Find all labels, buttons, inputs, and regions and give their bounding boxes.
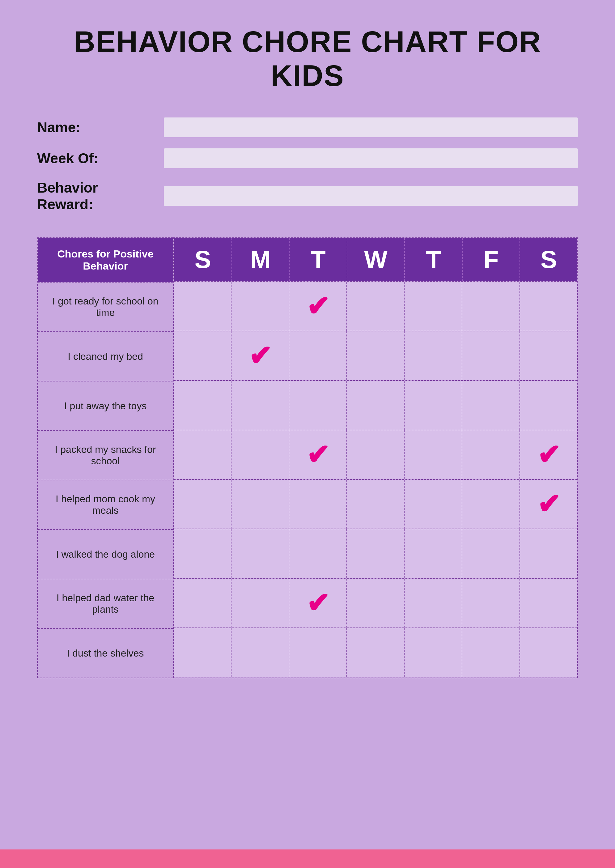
cell-5-0[interactable] (174, 480, 231, 529)
cell-3-4[interactable] (404, 381, 462, 430)
cell-4-1[interactable] (231, 430, 289, 479)
day-w-header: W (347, 238, 404, 281)
cell-1-2[interactable]: ✔ (289, 282, 347, 331)
page-title: BEHAVIOR CHORE CHART FOR KIDS (37, 25, 578, 93)
check-1-2: ✔ (306, 292, 329, 320)
reward-input[interactable] (164, 186, 578, 206)
cell-2-3[interactable] (347, 331, 404, 380)
chores-header: Chores for Positive Behavior (38, 238, 173, 282)
cell-1-5[interactable] (462, 282, 520, 331)
cell-2-6[interactable] (520, 331, 577, 380)
cell-3-1[interactable] (231, 381, 289, 430)
name-field-row: Name: (37, 117, 578, 137)
cell-3-2[interactable] (289, 381, 347, 430)
cell-2-1[interactable]: ✔ (231, 331, 289, 380)
cell-2-2[interactable] (289, 331, 347, 380)
week-label: Week Of: (37, 150, 155, 167)
check-7-2: ✔ (306, 589, 329, 617)
chore-row-2: I cleaned my bed (38, 331, 173, 381)
day-f-header: F (462, 238, 520, 281)
grid-row-4: ✔ ✔ (174, 430, 577, 479)
grid-row-5: ✔ (174, 479, 577, 529)
cell-4-6[interactable]: ✔ (520, 430, 577, 479)
cell-6-0[interactable] (174, 529, 231, 578)
chore-row-7: I helped dad water the plants (38, 579, 173, 628)
cell-8-2[interactable] (289, 628, 347, 677)
chore-row-5: I helped mom cook my meals (38, 480, 173, 529)
name-label: Name: (37, 119, 155, 136)
day-m-header: M (231, 238, 289, 281)
cell-8-1[interactable] (231, 628, 289, 677)
grid-row-3 (174, 380, 577, 430)
cell-7-1[interactable] (231, 579, 289, 628)
grid-row-2: ✔ (174, 331, 577, 380)
week-field-row: Week Of: (37, 148, 578, 168)
cell-2-5[interactable] (462, 331, 520, 380)
cell-5-4[interactable] (404, 480, 462, 529)
chore-row-8: I dust the shelves (38, 628, 173, 678)
cell-7-6[interactable] (520, 579, 577, 628)
cell-6-3[interactable] (347, 529, 404, 578)
chart-table: Chores for Positive Behavior I got ready… (37, 237, 578, 678)
cell-5-6[interactable]: ✔ (520, 480, 577, 529)
cell-8-5[interactable] (462, 628, 520, 677)
cell-7-2[interactable]: ✔ (289, 579, 347, 628)
reward-label: Behavior Reward: (37, 179, 155, 213)
cell-5-3[interactable] (347, 480, 404, 529)
fields-section: Name: Week Of: Behavior Reward: (37, 117, 578, 213)
chore-row-3: I put away the toys (38, 381, 173, 430)
days-header-row: S M T W T F S (174, 238, 577, 281)
cell-8-0[interactable] (174, 628, 231, 677)
chart-section: Chores for Positive Behavior I got ready… (37, 237, 578, 678)
grid-row-1: ✔ (174, 281, 577, 331)
chore-row-6: I walked the dog alone (38, 529, 173, 579)
cell-3-6[interactable] (520, 381, 577, 430)
cell-4-0[interactable] (174, 430, 231, 479)
day-s2-header: S (520, 238, 577, 281)
cell-6-5[interactable] (462, 529, 520, 578)
day-t1-header: T (289, 238, 347, 281)
cell-4-5[interactable] (462, 430, 520, 479)
cell-7-4[interactable] (404, 579, 462, 628)
check-5-6: ✔ (537, 490, 560, 518)
main-container: BEHAVIOR CHORE CHART FOR KIDS Name: Week… (0, 0, 615, 849)
cell-8-4[interactable] (404, 628, 462, 677)
cell-6-4[interactable] (404, 529, 462, 578)
cell-1-3[interactable] (347, 282, 404, 331)
cell-7-5[interactable] (462, 579, 520, 628)
grid-row-7: ✔ (174, 578, 577, 628)
cell-5-5[interactable] (462, 480, 520, 529)
name-input[interactable] (164, 117, 578, 137)
cell-5-2[interactable] (289, 480, 347, 529)
cell-4-3[interactable] (347, 430, 404, 479)
week-input[interactable] (164, 148, 578, 168)
cell-3-3[interactable] (347, 381, 404, 430)
cell-4-4[interactable] (404, 430, 462, 479)
check-4-6: ✔ (537, 441, 560, 468)
cell-7-3[interactable] (347, 579, 404, 628)
days-grid: S M T W T F S ✔ (173, 237, 578, 678)
cell-1-4[interactable] (404, 282, 462, 331)
bottom-bar (0, 849, 615, 868)
cell-6-1[interactable] (231, 529, 289, 578)
day-t2-header: T (404, 238, 462, 281)
check-2-1: ✔ (248, 342, 272, 370)
cell-1-1[interactable] (231, 282, 289, 331)
cell-1-6[interactable] (520, 282, 577, 331)
cell-2-4[interactable] (404, 331, 462, 380)
cell-2-0[interactable] (174, 331, 231, 380)
cell-3-5[interactable] (462, 381, 520, 430)
cell-8-6[interactable] (520, 628, 577, 677)
chore-row-1: I got ready for school on time (38, 282, 173, 331)
cell-8-3[interactable] (347, 628, 404, 677)
cell-1-0[interactable] (174, 282, 231, 331)
check-4-2: ✔ (306, 441, 329, 468)
cell-5-1[interactable] (231, 480, 289, 529)
cell-6-2[interactable] (289, 529, 347, 578)
cell-7-0[interactable] (174, 579, 231, 628)
chore-row-4: I packed my snacks for school (38, 430, 173, 480)
reward-field-row: Behavior Reward: (37, 179, 578, 213)
cell-4-2[interactable]: ✔ (289, 430, 347, 479)
cell-3-0[interactable] (174, 381, 231, 430)
cell-6-6[interactable] (520, 529, 577, 578)
